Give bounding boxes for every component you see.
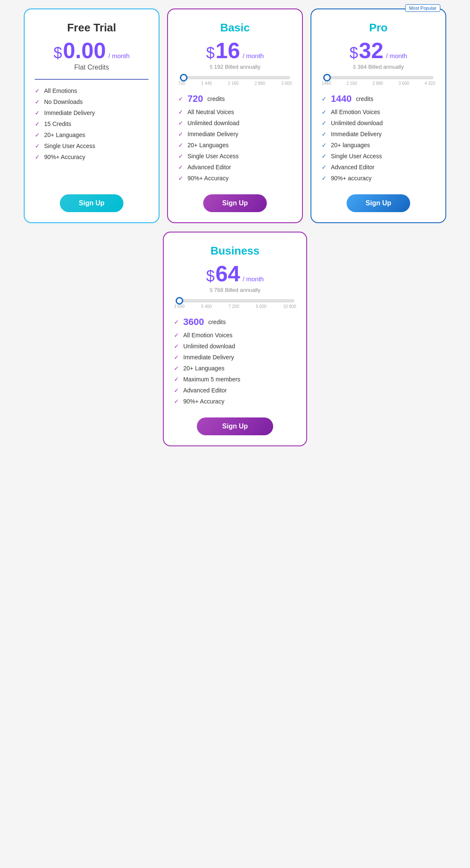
feature-text: 90%+ Accuracy: [183, 398, 224, 405]
list-item: ✓20+ Languages: [35, 132, 148, 138]
pro-billed: $ 384 Billed annually: [322, 64, 435, 70]
free-signup-button[interactable]: Sign Up: [60, 194, 123, 212]
list-item: ✓Unlimited download: [322, 120, 435, 126]
list-item: ✓Advanced Editor: [322, 164, 435, 171]
feature-text: All Neutral Voices: [187, 109, 234, 115]
check-icon: ✓: [35, 132, 40, 138]
business-price-row: $ 64 / month: [174, 263, 296, 285]
credits-text: credits: [356, 95, 373, 102]
list-item: ✓ 720 credits: [178, 93, 292, 104]
list-item: ✓Maximum 5 members: [174, 376, 296, 383]
pro-price-amount: 32: [359, 39, 383, 62]
pro-slider[interactable]: 1440 2 160 2 880 3 600 4 320: [322, 76, 435, 86]
check-icon: ✓: [322, 142, 327, 148]
check-icon: ✓: [322, 175, 327, 182]
credits-highlight: 1440: [331, 93, 352, 104]
business-price-amount: 64: [215, 263, 240, 285]
business-features-list: ✓ 3600 credits ✓All Emotion Voices ✓Unli…: [174, 316, 296, 409]
list-item: ✓Unlimited download: [174, 343, 296, 350]
credits-highlight: 720: [187, 93, 203, 104]
pro-signup-button[interactable]: Sign Up: [347, 194, 410, 212]
pro-title: Pro: [322, 21, 435, 34]
feature-text: Single User Access: [331, 153, 382, 160]
list-item: ✓Single User Access: [178, 153, 292, 160]
basic-price-dollar: $: [206, 44, 215, 62]
credits-text: credits: [208, 319, 226, 325]
business-title: Business: [174, 244, 296, 258]
basic-title: Basic: [178, 21, 292, 34]
feature-text: 90%+ Accuracy: [187, 175, 229, 182]
pro-price-dollar: $: [350, 44, 358, 62]
free-features-list: ✓All Emotions ✓No Downloads ✓Immediate D…: [35, 87, 148, 186]
free-divider: [35, 79, 148, 80]
feature-text: 20+ Languages: [183, 365, 224, 372]
basic-slider-labels: 720 1 440 2 160 2 880 3 600: [178, 81, 292, 86]
check-icon: ✓: [174, 376, 179, 383]
list-item: ✓Immediate Delivery: [322, 131, 435, 137]
check-icon: ✓: [174, 387, 179, 394]
check-icon: ✓: [178, 109, 183, 115]
feature-text: Immediate Delivery: [331, 131, 382, 137]
check-icon: ✓: [35, 98, 40, 105]
credits-text: credits: [207, 95, 225, 102]
check-icon: ✓: [322, 120, 327, 126]
feature-text: Immediate Delivery: [183, 354, 234, 361]
business-signup-button[interactable]: Sign Up: [197, 417, 273, 435]
feature-text: All Emotion Voices: [331, 109, 380, 115]
basic-features-list: ✓ 720 credits ✓All Neutral Voices ✓Unlim…: [178, 93, 292, 186]
free-price-row: $ 0.00 / month: [35, 39, 148, 62]
feature-text: 20+ Languages: [187, 142, 229, 148]
basic-slider-thumb: [180, 74, 187, 81]
top-row: Free Trial $ 0.00 / month Flat Credits ✓…: [10, 8, 460, 223]
list-item: ✓Advanced Editor: [178, 164, 292, 171]
list-item: ✓All Emotion Voices: [174, 332, 296, 339]
feature-text: 20+ Languages: [44, 132, 85, 138]
bottom-row: Business $ 64 / month $ 768 Billed annua…: [10, 232, 460, 446]
check-icon: ✓: [178, 153, 183, 160]
feature-text: Unlimited download: [331, 120, 383, 126]
list-item: ✓All Neutral Voices: [178, 109, 292, 115]
pro-price-period: / month: [386, 52, 407, 59]
feature-text: Immediate Delivery: [44, 109, 95, 116]
feature-text: No Downloads: [44, 98, 83, 105]
feature-text: Maximum 5 members: [183, 376, 241, 383]
check-icon: ✓: [35, 143, 40, 149]
free-price-period: / month: [109, 52, 130, 59]
business-slider[interactable]: 3 600 5 400 7 200 9 000 10 800: [174, 299, 296, 309]
credits-highlight: 3600: [183, 316, 204, 328]
feature-text: Advanced Editor: [187, 164, 231, 171]
list-item: ✓20+ Languages: [174, 365, 296, 372]
check-icon: ✓: [322, 109, 327, 115]
list-item: ✓20+ languages: [322, 142, 435, 148]
list-item: ✓90%+ accuracy: [322, 175, 435, 182]
check-icon: ✓: [178, 142, 183, 148]
check-icon: ✓: [178, 131, 183, 137]
list-item: ✓Immediate Delivery: [35, 109, 148, 116]
business-price-dollar: $: [206, 267, 215, 285]
free-price-dollar: $: [53, 44, 62, 62]
basic-price-period: / month: [243, 52, 264, 59]
card-pro: Most Popular Pro $ 32 / month $ 384 Bill…: [311, 8, 446, 223]
list-item: ✓ 3600 credits: [174, 316, 296, 328]
check-icon: ✓: [178, 175, 183, 182]
pricing-wrapper: Free Trial $ 0.00 / month Flat Credits ✓…: [10, 8, 460, 446]
list-item: ✓90%+ Accuracy: [178, 175, 292, 182]
most-popular-badge: Most Popular: [405, 4, 440, 12]
basic-slider[interactable]: 720 1 440 2 160 2 880 3 600: [178, 76, 292, 86]
check-icon: ✓: [322, 95, 327, 102]
feature-text: 90%+ Accuracy: [44, 154, 85, 160]
pro-features-list: ✓ 1440 credits ✓All Emotion Voices ✓Unli…: [322, 93, 435, 186]
feature-text: Advanced Editor: [183, 387, 227, 394]
list-item: ✓All Emotions: [35, 87, 148, 94]
basic-signup-button[interactable]: Sign Up: [203, 194, 267, 212]
list-item: ✓90%+ Accuracy: [35, 154, 148, 160]
list-item: ✓No Downloads: [35, 98, 148, 105]
feature-text: 20+ languages: [331, 142, 370, 148]
list-item: ✓All Emotion Voices: [322, 109, 435, 115]
check-icon: ✓: [174, 319, 179, 325]
feature-text: All Emotion Voices: [183, 332, 232, 339]
feature-text: Advanced Editor: [331, 164, 375, 171]
check-icon: ✓: [174, 398, 179, 405]
feature-text: Single User Access: [187, 153, 239, 160]
card-business: Business $ 64 / month $ 768 Billed annua…: [163, 232, 307, 446]
